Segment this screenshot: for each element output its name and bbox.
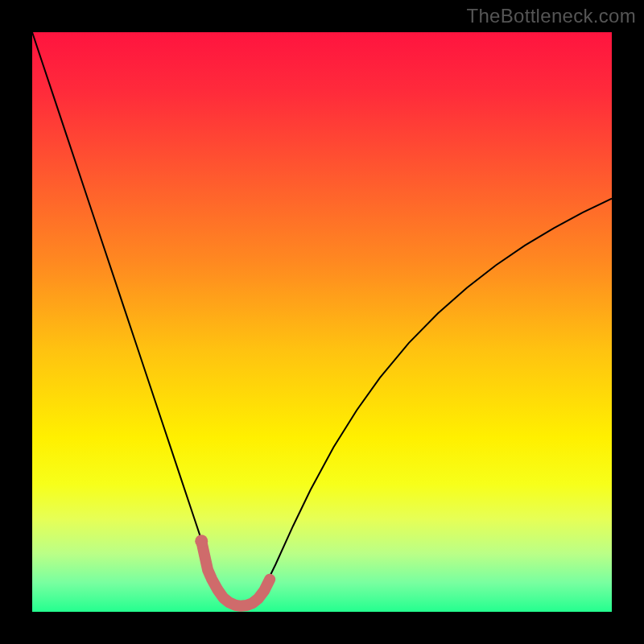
chart-frame: TheBottleneck.com: [0, 0, 644, 644]
bottleneck-markers: [201, 541, 270, 606]
bottleneck-curve: [32, 32, 612, 606]
watermark: TheBottleneck.com: [466, 5, 636, 27]
plot-area: [32, 32, 612, 612]
curve-layer: [32, 32, 612, 612]
bottleneck-marker-dot: [195, 535, 208, 547]
